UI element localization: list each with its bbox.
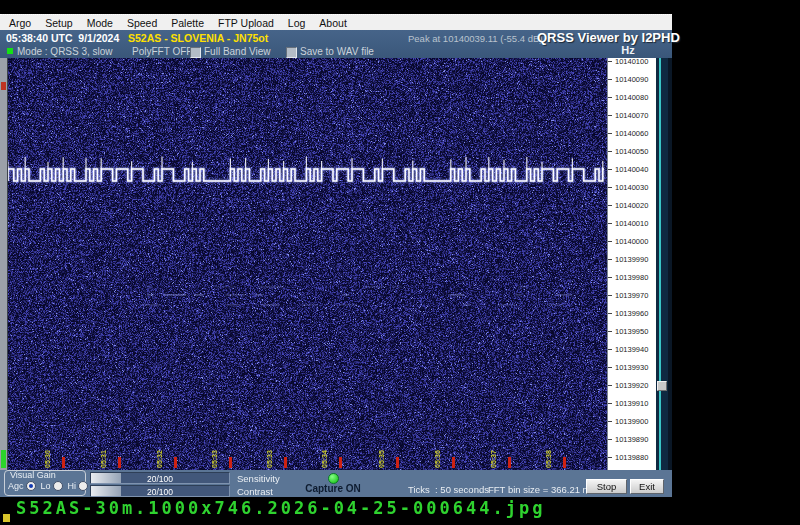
- freq-tick-mark: [608, 169, 612, 170]
- freq-tick-mark: [608, 187, 612, 188]
- freq-label: 10139960: [608, 308, 656, 318]
- freq-tick-mark: [608, 331, 612, 332]
- freq-label: 10139900: [608, 416, 656, 426]
- menu-item-ftp-upload[interactable]: FTP Upload: [218, 17, 274, 29]
- stop-button[interactable]: Stop: [586, 479, 627, 494]
- freq-tick-mark: [608, 457, 612, 458]
- waterfall-canvas[interactable]: [0, 58, 607, 470]
- freq-label: 10140010: [608, 218, 656, 228]
- freq-label: 10139990: [608, 254, 656, 264]
- sensitivity-slider[interactable]: 20/100: [90, 472, 230, 484]
- scrollbar-thumb[interactable]: [657, 381, 667, 391]
- menu-item-log[interactable]: Log: [288, 17, 306, 29]
- utc-clock: 05:38:40 UTC 9/1/2024: [6, 32, 119, 44]
- contrast-value: 20/100: [91, 487, 229, 497]
- freq-tick-mark: [608, 241, 612, 242]
- freq-tick-mark: [608, 295, 612, 296]
- freq-label: 10139930: [608, 362, 656, 372]
- time-label: 05:33: [210, 450, 219, 468]
- menu-item-argo[interactable]: Argo: [9, 17, 31, 29]
- freq-tick-mark: [608, 151, 612, 152]
- full-band-view-checkbox[interactable]: [190, 47, 201, 58]
- freq-label: 10140000: [608, 236, 656, 246]
- meter-level-fill: [1, 450, 6, 468]
- freq-tick-mark: [608, 403, 612, 404]
- scrollbar-track-line: [659, 58, 661, 470]
- time-tick-mark: [508, 457, 511, 468]
- freq-tick-mark: [608, 367, 612, 368]
- freq-label: 10139940: [608, 344, 656, 354]
- time-label: 05:34: [320, 450, 329, 468]
- terminal-cursor: [3, 514, 10, 522]
- hz-unit-label: Hz: [604, 44, 652, 56]
- save-to-wav-checkbox[interactable]: [286, 47, 297, 58]
- time-tick-mark: [229, 457, 232, 468]
- waterfall-area: 05:3005:3105:3205:3305:3305:3405:3505:36…: [0, 58, 672, 470]
- argo-window: ArgoSetupModeSpeedPaletteFTP UploadLogAb…: [0, 14, 672, 497]
- menu-item-setup[interactable]: Setup: [45, 17, 72, 29]
- time-tick-mark: [118, 457, 121, 468]
- freq-tick-mark: [608, 421, 612, 422]
- freq-tick-mark: [608, 385, 612, 386]
- time-label: 05:33: [265, 450, 274, 468]
- agc-radio-label: Agc: [8, 481, 24, 491]
- station-callsign: S52AS - SLOVENIA - JN75ot: [128, 32, 268, 44]
- freq-label: 10140100: [608, 58, 656, 66]
- freq-label: 10140040: [608, 164, 656, 174]
- hi-radio-label: Hi: [68, 481, 77, 491]
- freq-label: 10140030: [608, 182, 656, 192]
- menu-item-about[interactable]: About: [319, 17, 346, 29]
- freq-tick-mark: [608, 223, 612, 224]
- sensitivity-value: 20/100: [91, 474, 229, 484]
- freq-label: 10139980: [608, 272, 656, 282]
- save-to-wav-label: Save to WAV file: [300, 46, 374, 57]
- freq-label: 10139880: [608, 452, 656, 462]
- contrast-slider[interactable]: 20/100: [90, 485, 230, 497]
- freq-label: 10139920: [608, 380, 656, 390]
- lo-radio-label: Lo: [41, 481, 51, 491]
- time-tick-mark: [452, 457, 455, 468]
- freq-label: 10140050: [608, 146, 656, 156]
- visual-gain-groupbox: Visual Gain Agc Lo Hi: [4, 470, 86, 496]
- time-label: 05:35: [377, 450, 386, 468]
- freq-tick-mark: [608, 115, 612, 116]
- freq-label: 10139970: [608, 290, 656, 300]
- sensitivity-label: Sensitivity: [237, 473, 280, 484]
- menu-bar: ArgoSetupModeSpeedPaletteFTP UploadLogAb…: [0, 14, 672, 30]
- visual-gain-options: Agc Lo Hi: [8, 481, 93, 491]
- freq-label: 10140080: [608, 92, 656, 102]
- mode-readout: Mode : QRSS 3, slow: [17, 46, 113, 57]
- menu-item-palette[interactable]: Palette: [171, 17, 204, 29]
- full-band-view-label: Full Band View: [204, 46, 271, 57]
- freq-tick-mark: [608, 205, 612, 206]
- time-tick-mark: [62, 457, 65, 468]
- menu-item-mode[interactable]: Mode: [87, 17, 113, 29]
- freq-tick-mark: [608, 277, 612, 278]
- capture-filename: S52AS-30m.1000x746.2026-04-25-000644.jpg: [16, 498, 545, 518]
- freq-tick-mark: [608, 79, 612, 80]
- time-label: 05:31: [99, 450, 108, 468]
- menu-item-speed[interactable]: Speed: [127, 17, 157, 29]
- freq-label: 10139910: [608, 398, 656, 408]
- time-tick-mark: [284, 457, 287, 468]
- control-bar: Visual Gain Agc Lo Hi 20/100 20/100 Sens…: [0, 470, 672, 497]
- contrast-label: Contrast: [237, 486, 273, 497]
- frequency-scale: 1014010010140090101400801014007010140060…: [607, 58, 656, 470]
- mode-indicator-led: [7, 48, 13, 54]
- freq-label: 10139950: [608, 326, 656, 336]
- freq-label: 10139890: [608, 434, 656, 444]
- time-label: 05:32: [155, 450, 164, 468]
- time-tick-mark: [174, 457, 177, 468]
- capture-status: Capture ON: [296, 483, 370, 494]
- frequency-scrollbar[interactable]: [656, 58, 668, 470]
- time-label: 05:37: [489, 450, 498, 468]
- lo-radio[interactable]: [53, 481, 63, 491]
- agc-radio[interactable]: [26, 481, 36, 491]
- freq-tick-mark: [608, 439, 612, 440]
- freq-tick-mark: [608, 349, 612, 350]
- hi-radio[interactable]: [78, 481, 88, 491]
- freq-label: 10140020: [608, 200, 656, 210]
- time-tick-mark: [563, 457, 566, 468]
- exit-button[interactable]: Exit: [630, 479, 664, 494]
- signal-level-meter: [0, 58, 8, 470]
